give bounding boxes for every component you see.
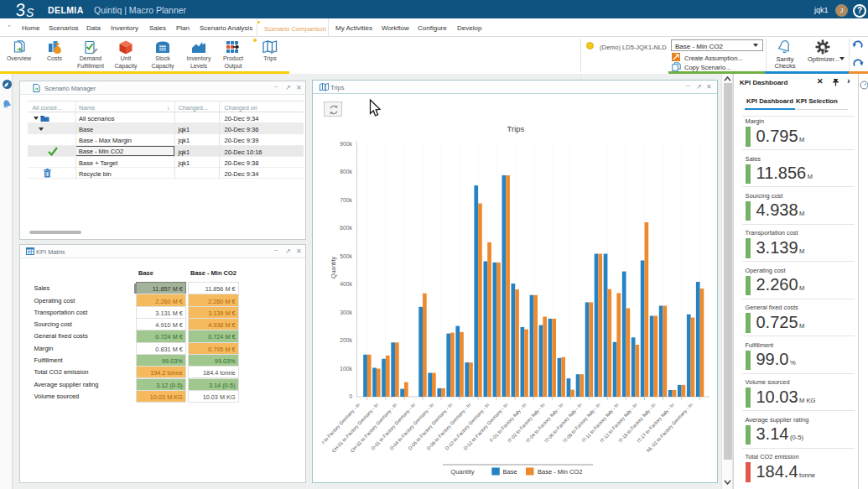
svg-text:500k: 500k: [340, 253, 352, 259]
svg-text:IT-15 to Factory Italy - In: IT-15 to Factory Italy - In: [617, 403, 656, 444]
svg-text:Trips: Trips: [507, 124, 525, 133]
svg-text:S: S: [26, 6, 34, 18]
svg-text:IT-02 to Factory Italy - In: IT-02 to Factory Italy - In: [507, 403, 545, 444]
svg-text:Base - Min CO2: Base - Min CO2: [538, 468, 582, 476]
svg-text:Quantity: Quantity: [451, 468, 475, 476]
svg-text:IT-06 to Factory Italy - In: IT-06 to Factory Italy - In: [543, 403, 582, 444]
svg-text:0: 0: [349, 393, 352, 399]
svg-text:IT-08 to Factory Italy - In: IT-08 to Factory Italy - In: [562, 403, 600, 444]
svg-text:IT-04 to Factory Italy - In: IT-04 to Factory Italy - In: [525, 403, 564, 444]
svg-text:IT-11 to Factory Italy - In: IT-11 to Factory Italy - In: [581, 403, 620, 444]
svg-text:300k: 300k: [340, 310, 352, 315]
svg-text:600k: 600k: [340, 225, 352, 231]
svg-text:IT-17 to Factory Italy - In: IT-17 to Factory Italy - In: [636, 403, 674, 444]
svg-text:Quantity: Quantity: [330, 256, 337, 278]
svg-text:100k: 100k: [340, 366, 352, 372]
svg-text:700k: 700k: [340, 197, 352, 203]
svg-text:3: 3: [13, 1, 26, 18]
svg-text:Base: Base: [503, 468, 517, 476]
svg-text:IT-13 to Factory Italy - In: IT-13 to Factory Italy - In: [599, 403, 637, 444]
svg-text:200k: 200k: [340, 337, 352, 343]
svg-text:400k: 400k: [340, 281, 352, 287]
svg-text:F-01 to Factory Italy - In: F-01 to Factory Italy - In: [489, 403, 528, 443]
svg-text:800k: 800k: [340, 169, 352, 174]
svg-text:900k: 900k: [340, 141, 352, 147]
